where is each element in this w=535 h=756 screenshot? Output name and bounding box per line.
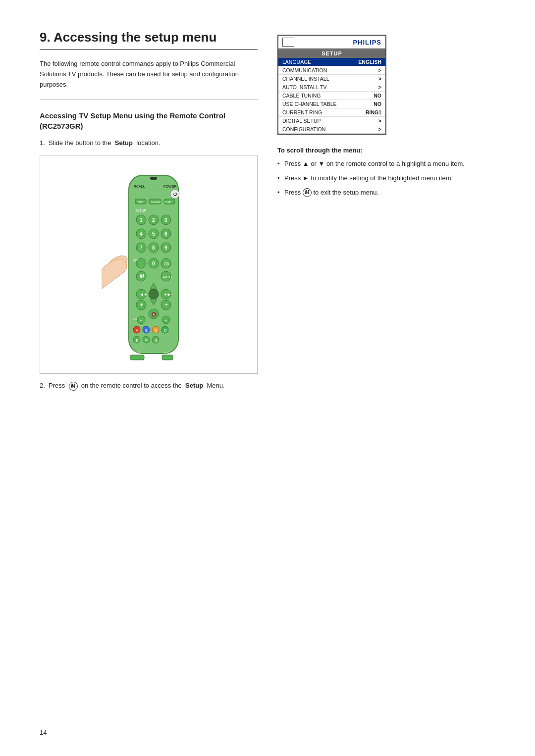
scroll-title: To scroll through the menu:	[277, 147, 495, 154]
scroll-bullet-item: Press ► to modify the setting of the hig…	[277, 173, 495, 184]
tv-menu-row-value: NO	[374, 93, 381, 99]
svg-text:◄+: ◄+	[139, 292, 147, 297]
right-column: PHILIPS SETUP LANGUAGEENGLISHCOMMUNICATI…	[277, 30, 495, 391]
tv-menu-row-label: COMMUNICATION	[282, 67, 327, 73]
tv-menu-row-label: CURRENT RING	[282, 109, 322, 115]
tv-menu-rows: LANGUAGEENGLISHCOMMUNICATION>CHANNEL INS…	[278, 58, 385, 134]
svg-text:+►: +►	[164, 292, 172, 297]
tv-menu-box: PHILIPS SETUP LANGUAGEENGLISHCOMMUNICATI…	[277, 35, 386, 135]
svg-text:4: 4	[140, 231, 143, 237]
step1-text: Slide the button to the	[49, 139, 111, 147]
svg-text:A-V: A-V	[164, 351, 169, 354]
svg-text:A: A	[136, 328, 139, 333]
svg-text:5: 5	[152, 231, 155, 237]
svg-text:C: C	[155, 328, 158, 333]
step2-label: 2.	[40, 382, 45, 389]
svg-text:7: 7	[140, 245, 143, 251]
m-button-icon: M	[69, 382, 78, 391]
svg-text:B: B	[145, 328, 148, 333]
tv-menu-row: LANGUAGEENGLISH	[278, 58, 385, 66]
tv-menu-row-label: DIGITAL SETUP	[282, 118, 321, 124]
remote-control-svg: RCALL POWER ⏻ TINT SHARP A.SP SETUP	[102, 160, 196, 368]
svg-text:1: 1	[140, 217, 143, 223]
remote-image-box: RCALL POWER ⏻ TINT SHARP A.SP SETUP	[40, 155, 258, 374]
scroll-bullet-item: Press M to exit the setup menu.	[277, 188, 495, 198]
svg-text:G: G	[155, 338, 158, 343]
tv-menu-row-label: USE CHANNEL TABLE	[282, 101, 337, 107]
tv-menu-row-value: >	[378, 67, 381, 73]
tv-menu-header: PHILIPS	[278, 36, 385, 49]
tv-menu-row: CABLE TUNINGNO	[278, 92, 385, 100]
intro-text: The following remote control commands ap…	[40, 59, 258, 99]
tv-menu-row-value: >	[378, 126, 381, 132]
svg-text:−: −	[164, 318, 167, 323]
tv-menu-row-value: >	[378, 84, 381, 90]
svg-text:0: 0	[152, 261, 155, 266]
svg-text:RCALL: RCALL	[134, 185, 145, 188]
svg-text:SHARP: SHARP	[151, 201, 161, 203]
tv-menu-row: CURRENT RINGRING1	[278, 108, 385, 117]
svg-text:A.SP: A.SP	[164, 201, 171, 203]
svg-rect-75	[130, 355, 144, 360]
svg-text:E: E	[136, 338, 138, 343]
step1-label: 1.	[40, 139, 45, 147]
svg-point-31	[136, 258, 146, 268]
section-title: 9. Accessing the setup menu	[40, 30, 258, 50]
tv-menu-row-label: CHANNEL INSTALL	[282, 76, 329, 82]
m-exit-icon: M	[303, 188, 312, 197]
svg-point-44	[149, 289, 159, 299]
tv-menu-row: CHANNEL INSTALL>	[278, 75, 385, 83]
svg-text:D: D	[164, 328, 167, 333]
svg-text:GUIDE: GUIDE	[131, 351, 141, 354]
svg-text:🔇: 🔇	[151, 311, 157, 317]
svg-text:TINT: TINT	[137, 201, 144, 203]
tv-menu-row-label: CABLE TUNING	[282, 93, 321, 99]
tv-menu-row-value: >	[378, 76, 381, 82]
subsection-title: Accessing TV Setup Menu using the Remote…	[40, 110, 258, 131]
tv-menu-row: DIGITAL SETUP>	[278, 117, 385, 125]
tv-menu-row-value: ENGLISH	[358, 59, 381, 65]
tv-menu-row-label: CONFIGURATION	[282, 126, 325, 132]
tv-menu-row: COMMUNICATION>	[278, 66, 385, 75]
page: 9. Accessing the setup menu The followin…	[0, 0, 535, 756]
tv-menu-row-label: AUTO INSTALL TV	[282, 84, 326, 90]
step2-text: Press	[49, 382, 65, 389]
tv-menu-title: SETUP	[278, 49, 385, 58]
step2-mid: on the remote control to access the	[81, 382, 182, 389]
svg-rect-78	[150, 177, 157, 180]
step2-end: Menu.	[207, 382, 224, 389]
svg-text:F: F	[145, 338, 148, 343]
step2-bold: Setup	[185, 382, 203, 389]
svg-text:POWER: POWER	[163, 185, 176, 188]
tv-menu-row-value: NO	[374, 101, 381, 107]
tv-menu-row: CONFIGURATION>	[278, 125, 385, 134]
tv-menu-row-label: LANGUAGE	[282, 59, 311, 65]
tv-menu-row: USE CHANNEL TABLENO	[278, 100, 385, 108]
tv-menu-row-value: RING1	[366, 109, 381, 115]
tv-menu-row-value: >	[378, 118, 381, 124]
svg-text:8: 8	[152, 245, 155, 251]
step2: 2. Press M on the remote control to acce…	[40, 381, 258, 391]
svg-text:+: +	[164, 302, 168, 308]
svg-text:M: M	[140, 274, 144, 279]
step1-end: location.	[136, 139, 160, 147]
svg-text:3: 3	[164, 217, 167, 223]
svg-text:+: +	[140, 302, 143, 308]
svg-text:2: 2	[152, 217, 155, 223]
content-grid: 9. Accessing the setup menu The followin…	[40, 30, 495, 391]
scroll-bullet-item: Press ▲ or ▼ on the remote control to a …	[277, 159, 495, 169]
svg-text:SETUP: SETUP	[135, 209, 146, 212]
tv-menu-row: AUTO INSTALL TV>	[278, 83, 385, 92]
tv-brand: PHILIPS	[353, 39, 381, 46]
step1-bold: Setup	[115, 139, 133, 147]
svg-text:9: 9	[164, 245, 167, 251]
tv-icon	[282, 38, 294, 47]
section-number: 9.	[40, 30, 51, 45]
left-column: 9. Accessing the setup menu The followin…	[40, 30, 258, 391]
svg-text:6: 6	[164, 231, 167, 237]
svg-text:A/CH: A/CH	[162, 275, 172, 279]
page-number: 14	[40, 729, 47, 736]
svg-text:⏻: ⏻	[173, 192, 177, 197]
section-heading: Accessing the setup menu	[54, 30, 216, 45]
scroll-bullets: Press ▲ or ▼ on the remote control to a …	[277, 159, 495, 198]
